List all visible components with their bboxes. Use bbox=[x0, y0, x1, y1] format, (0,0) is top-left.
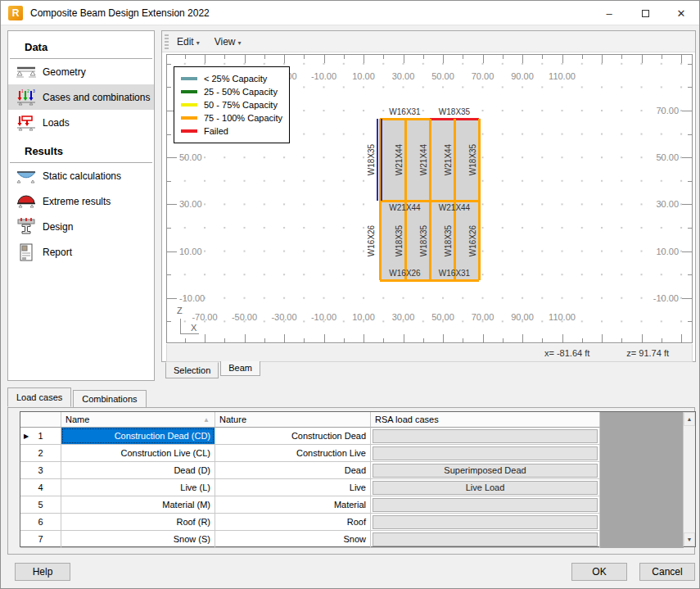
table-filler bbox=[600, 462, 684, 479]
ok-button[interactable]: OK bbox=[571, 563, 627, 581]
row-header-cell[interactable]: 1▶ bbox=[20, 428, 61, 445]
column-header-name[interactable]: Name▲ bbox=[61, 412, 215, 428]
beam-line[interactable] bbox=[478, 119, 481, 201]
beam-line[interactable] bbox=[429, 119, 431, 201]
menu-edit[interactable]: Edit▾ bbox=[169, 33, 206, 51]
row-header-cell[interactable]: 4 bbox=[20, 479, 61, 496]
sidebar-item-design[interactable]: Design bbox=[8, 214, 154, 239]
bottom-axis-tick-label: 110.00 bbox=[549, 312, 576, 322]
table-row[interactable]: 5Material (M)Material bbox=[20, 496, 695, 514]
table-row[interactable]: 3Dead (D)DeadSuperimposed Dead bbox=[20, 462, 695, 479]
rsa-load-case-button[interactable] bbox=[373, 498, 598, 512]
left-ruler-tick bbox=[167, 274, 171, 275]
name-cell[interactable]: Snow (S) bbox=[61, 531, 215, 548]
table-row[interactable]: 7Snow (S)Snow bbox=[20, 531, 695, 548]
table-filler bbox=[600, 531, 684, 548]
cancel-button[interactable]: Cancel bbox=[639, 563, 695, 581]
beam-line[interactable] bbox=[379, 201, 382, 280]
maximize-button[interactable] bbox=[627, 1, 663, 25]
beam-line[interactable] bbox=[404, 119, 407, 201]
cursor-x-coordinate: x= -81.64 ft bbox=[544, 348, 589, 358]
nature-cell[interactable]: Material bbox=[215, 496, 371, 514]
legend-entry-label: 75 - 100% Capacity bbox=[204, 113, 282, 123]
table-filler bbox=[600, 412, 684, 428]
drawing-canvas[interactable]: < 25% Capacity25 - 50% Capacity50 - 75% … bbox=[166, 54, 693, 343]
rsa-load-case-button[interactable] bbox=[373, 446, 598, 460]
sidebar-item-cases-and-combinations[interactable]: 123 Cases and combinations bbox=[8, 84, 154, 110]
nature-cell[interactable]: Construction Live bbox=[215, 445, 371, 462]
beam-line[interactable] bbox=[429, 201, 431, 280]
tab-load-cases[interactable]: Load cases bbox=[7, 387, 71, 407]
sidebar-item-loads[interactable]: Loads bbox=[8, 110, 154, 135]
legend-entry-label: 25 - 50% Capacity bbox=[204, 87, 278, 97]
rsa-load-case-button[interactable] bbox=[373, 532, 598, 546]
bottom-ruler-tick bbox=[364, 334, 364, 342]
scroll-up-button[interactable]: ▲ bbox=[684, 412, 695, 426]
tab-selection[interactable]: Selection bbox=[165, 362, 219, 378]
bottom-ruler-tick bbox=[264, 338, 265, 342]
beam-line-selected[interactable] bbox=[377, 119, 382, 201]
tab-combinations[interactable]: Combinations bbox=[73, 390, 146, 407]
name-cell[interactable]: Construction Dead (CD) bbox=[61, 428, 215, 445]
sidebar-item-report[interactable]: Report bbox=[8, 239, 154, 265]
bottom-ruler-tick bbox=[344, 338, 345, 342]
right-axis-tick-label: 10.00 bbox=[656, 247, 679, 256]
scroll-down-button[interactable]: ▼ bbox=[684, 532, 695, 546]
right-axis-tick-label: 70.00 bbox=[656, 106, 679, 116]
name-cell[interactable]: Dead (D) bbox=[61, 462, 215, 479]
table-scrollbar[interactable]: ▲▼ bbox=[683, 412, 695, 546]
top-ruler-tick bbox=[463, 55, 463, 59]
name-cell[interactable]: Live (L) bbox=[61, 479, 215, 496]
nature-cell[interactable]: Snow bbox=[215, 531, 371, 548]
row-header-cell[interactable]: 6 bbox=[20, 514, 61, 531]
name-cell[interactable]: Construction Live (CL) bbox=[61, 445, 215, 462]
report-icon bbox=[13, 242, 39, 262]
sidebar-item-static-calculations[interactable]: Static calculations bbox=[8, 163, 154, 188]
rsa-load-case-button[interactable]: Superimposed Dead bbox=[373, 464, 598, 478]
beam-section-label: W21X44 bbox=[419, 144, 428, 175]
column-header-rsa-load-cases[interactable]: RSA load cases bbox=[371, 412, 600, 428]
row-header-cell[interactable]: 2 bbox=[20, 445, 61, 462]
legend-entry-label: < 25% Capacity bbox=[204, 74, 267, 84]
right-ruler-tick bbox=[682, 111, 692, 111]
beam-line[interactable] bbox=[478, 201, 481, 280]
row-header-cell[interactable]: 5 bbox=[20, 496, 61, 514]
sidebar-item-extreme-results[interactable]: Extreme results bbox=[8, 188, 154, 214]
sidebar-item-label: Loads bbox=[43, 117, 70, 129]
maximize-icon bbox=[642, 10, 649, 17]
beam-section-label: W16X31 bbox=[389, 107, 420, 116]
tab-beam[interactable]: Beam bbox=[220, 361, 260, 376]
rsa-load-case-button[interactable]: Live Load bbox=[373, 481, 598, 495]
nature-cell[interactable]: Roof bbox=[215, 514, 371, 531]
table-row[interactable]: 2Construction Live (CL)Construction Live bbox=[20, 445, 695, 462]
rsa-load-case-button[interactable] bbox=[373, 515, 598, 529]
name-cell[interactable]: Roof (R) bbox=[61, 514, 215, 531]
top-ruler-tick bbox=[304, 55, 305, 59]
table-row[interactable]: 1▶Construction Dead (CD)Construction Dea… bbox=[20, 428, 695, 445]
right-ruler-tick bbox=[688, 87, 692, 88]
minimize-button[interactable]: – bbox=[591, 1, 627, 25]
capacity-legend: < 25% Capacity25 - 50% Capacity50 - 75% … bbox=[174, 66, 290, 143]
rsa-cell bbox=[371, 428, 600, 445]
sidebar-item-geometry[interactable]: Geometry bbox=[8, 59, 154, 84]
left-ruler-tick bbox=[167, 228, 171, 229]
legend-color-swatch bbox=[181, 103, 197, 106]
load-cases-table: Name▲NatureRSA load cases1▶Construction … bbox=[20, 411, 696, 547]
menu-view[interactable]: View▾ bbox=[206, 33, 248, 51]
table-row[interactable]: 4Live (L)LiveLive Load bbox=[20, 479, 695, 496]
beam-line[interactable] bbox=[454, 119, 456, 201]
name-cell[interactable]: Material (M) bbox=[61, 496, 215, 514]
nature-cell[interactable]: Live bbox=[215, 479, 371, 496]
column-header-nature[interactable]: Nature bbox=[215, 412, 371, 428]
row-header-cell[interactable]: 3 bbox=[20, 462, 61, 479]
nature-cell[interactable]: Construction Dead bbox=[215, 428, 371, 445]
help-button[interactable]: Help bbox=[15, 563, 70, 581]
row-header-cell[interactable]: 7 bbox=[20, 531, 61, 548]
sidebar-item-label: Cases and combinations bbox=[43, 92, 150, 103]
nature-cell[interactable]: Dead bbox=[215, 462, 371, 479]
load-table-tabs: Load cases Combinations bbox=[7, 387, 147, 407]
close-button[interactable]: ✕ bbox=[663, 1, 699, 25]
table-row[interactable]: 6Roof (R)Roof bbox=[20, 514, 695, 531]
rsa-load-case-button[interactable] bbox=[373, 429, 598, 443]
bottom-ruler-tick bbox=[562, 334, 563, 342]
